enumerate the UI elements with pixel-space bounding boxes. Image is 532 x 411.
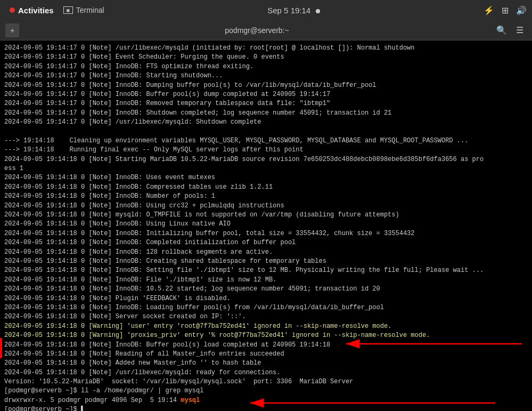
terminal-app-button[interactable]: ▣ Terminal [63,6,104,14]
network-icon[interactable]: ⊞ [502,5,509,15]
terminal-titlebar: + podmgr@serverb:~ 🔍 ☰ [0,20,532,41]
terminal-title-buttons: 🔍 ☰ [495,23,527,37]
topbar-datetime: Sep 5 19:14 [104,6,484,15]
terminal-icon: ▣ [63,6,73,14]
sound-icon[interactable]: 🔊 [516,5,527,15]
topbar-system-icons: ⚡ ⊞ 🔊 [484,5,527,15]
search-button[interactable]: 🔍 [495,23,509,37]
terminal-label: Terminal [76,6,104,14]
topbar-dot [316,9,320,13]
terminal-title: podmgr@serverb:~ [19,26,495,35]
activities-button[interactable]: Activities [5,6,58,15]
datetime-text: Sep 5 19:14 [267,6,310,15]
terminal-output[interactable]: 2024-09-05 19:14:17 0 [Note] /usr/libexe… [0,41,532,411]
bluetooth-icon[interactable]: ⚡ [484,5,494,15]
activities-icon [10,7,15,13]
new-tab-button[interactable]: + [5,23,19,37]
topbar: Activities ▣ Terminal Sep 5 19:14 ⚡ ⊞ 🔊 [0,0,532,20]
menu-button[interactable]: ☰ [513,23,527,37]
activities-label: Activities [18,6,54,15]
terminal-window: + podmgr@serverb:~ 🔍 ☰ 2024-09-05 19:14:… [0,20,532,411]
